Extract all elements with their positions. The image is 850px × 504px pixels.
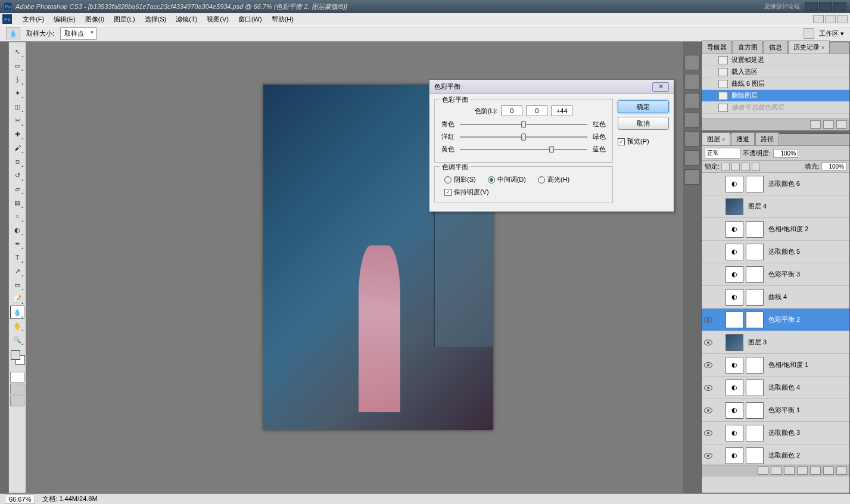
- adjustment-layer-icon[interactable]: [797, 466, 808, 475]
- menu-文件[interactable]: 文件(F): [18, 14, 49, 25]
- eraser-tool[interactable]: ▱: [10, 182, 24, 195]
- canvas-area[interactable]: 色彩平衡 ✕ 色彩平衡 色阶(L): 青色 红色洋红: [26, 42, 683, 493]
- menu-窗口[interactable]: 窗口(W): [233, 14, 267, 25]
- healing-tool[interactable]: ✚: [10, 127, 24, 141]
- lock-pixels-icon[interactable]: [731, 163, 740, 171]
- layer-row-5[interactable]: ◐ 曲线 4: [702, 286, 849, 309]
- dodge-tool[interactable]: ◐: [10, 223, 24, 237]
- menu-视图[interactable]: 视图(V): [202, 14, 233, 25]
- path-tool[interactable]: ↗: [10, 265, 24, 278]
- color-swatches[interactable]: [10, 350, 25, 369]
- tone-radio-0[interactable]: [444, 176, 452, 183]
- history-snapshot-icon[interactable]: [810, 120, 821, 129]
- opacity-input[interactable]: 100%: [773, 149, 798, 158]
- history-item-2[interactable]: 曲线 6 图层: [702, 78, 849, 90]
- layer-visibility[interactable]: [702, 362, 715, 368]
- slider-track-1[interactable]: [460, 136, 587, 138]
- hand-tool[interactable]: ✋: [10, 319, 24, 332]
- eyedropper-tool[interactable]: 💧: [10, 306, 24, 319]
- layer-visibility[interactable]: [702, 430, 715, 436]
- layers-tab-0[interactable]: 图层×: [702, 132, 730, 145]
- level-input-3[interactable]: [551, 105, 572, 116]
- slider-thumb-2[interactable]: [549, 146, 554, 153]
- slider-thumb-0[interactable]: [521, 121, 526, 128]
- menu-滤镜[interactable]: 滤镜(T): [171, 14, 202, 25]
- doc-close[interactable]: [837, 15, 848, 23]
- strip-layers-icon[interactable]: [684, 169, 700, 185]
- cancel-button[interactable]: 取消: [618, 117, 669, 130]
- fill-input[interactable]: 100%: [821, 162, 846, 171]
- layer-row-8[interactable]: ◐ 色相/饱和度 1: [702, 354, 849, 377]
- history-item-1[interactable]: 载入选区: [702, 66, 849, 78]
- level-input-1[interactable]: [501, 105, 522, 116]
- strip-actions-icon[interactable]: [684, 112, 700, 127]
- menu-图层[interactable]: 图层(L): [109, 14, 139, 25]
- strip-history-icon[interactable]: [684, 74, 700, 89]
- menu-选择[interactable]: 选择(S): [140, 14, 172, 25]
- wand-tool[interactable]: ✦: [10, 86, 24, 99]
- strip-para-icon[interactable]: [684, 150, 700, 166]
- lock-transparency-icon[interactable]: [721, 163, 730, 171]
- tone-radio-1[interactable]: [488, 176, 495, 183]
- quickmask-mode[interactable]: [10, 384, 24, 394]
- preserve-luminosity-check[interactable]: [444, 189, 452, 196]
- stamp-tool[interactable]: ⧈: [10, 155, 24, 168]
- strip-tools-icon[interactable]: [684, 93, 700, 108]
- layer-style-icon[interactable]: [771, 466, 781, 475]
- tone-radio-2[interactable]: [538, 176, 545, 183]
- layer-visibility[interactable]: [702, 340, 715, 346]
- screen-mode[interactable]: [10, 396, 24, 406]
- menu-编辑[interactable]: 编辑(E): [49, 14, 80, 25]
- layer-row-3[interactable]: ◐ 选取颜色 5: [702, 241, 849, 263]
- brush-tool[interactable]: 🖌: [10, 141, 24, 154]
- layer-row-2[interactable]: ◐ 色相/饱和度 2: [702, 218, 849, 241]
- pen-tool[interactable]: ✒: [10, 237, 24, 250]
- strip-navigator-icon[interactable]: [684, 55, 700, 70]
- ok-button[interactable]: 确定: [618, 100, 669, 113]
- move-tool[interactable]: ↖: [10, 45, 24, 58]
- history-item-3[interactable]: 删除图层: [702, 90, 849, 102]
- history-new-icon[interactable]: [823, 120, 834, 129]
- history-brush[interactable]: ↺: [10, 169, 24, 182]
- layer-row-0[interactable]: ◐ 选取颜色 6: [702, 173, 849, 195]
- slider-thumb-1[interactable]: [521, 133, 526, 141]
- menu-帮助[interactable]: 帮助(H): [267, 14, 298, 25]
- standard-mode[interactable]: [10, 372, 24, 382]
- layer-visibility[interactable]: [702, 385, 715, 391]
- delete-layer-icon[interactable]: [836, 466, 847, 475]
- blend-mode-dropdown[interactable]: 正常: [705, 148, 740, 158]
- crop-tool[interactable]: ◫: [10, 100, 24, 113]
- zoom-tool[interactable]: 🔍: [10, 333, 24, 346]
- dialog-close-button[interactable]: ✕: [652, 82, 669, 92]
- layer-visibility[interactable]: [702, 453, 715, 459]
- layers-tab-1[interactable]: 通道: [731, 132, 755, 145]
- zoom-value[interactable]: 66.67%: [5, 494, 35, 504]
- foreground-color[interactable]: [11, 350, 20, 360]
- layers-tab-2[interactable]: 路径: [755, 132, 779, 145]
- lock-icon[interactable]: [804, 28, 814, 39]
- layer-row-9[interactable]: ◐ 选取颜色 4: [702, 377, 849, 399]
- layer-row-12[interactable]: ◐ 选取颜色 2: [702, 444, 849, 465]
- marquee-tool[interactable]: ▭: [10, 59, 24, 72]
- nav-tab-0[interactable]: 导航器: [702, 41, 732, 54]
- history-delete-icon[interactable]: [836, 120, 847, 129]
- menu-图像[interactable]: 图像(I): [80, 14, 109, 25]
- shape-tool[interactable]: ▭: [10, 278, 24, 291]
- nav-tab-1[interactable]: 直方图: [733, 41, 763, 54]
- layer-row-1[interactable]: 图层 4: [702, 195, 849, 218]
- layer-group-icon[interactable]: [810, 466, 821, 475]
- current-tool-icon[interactable]: 💧: [6, 27, 20, 39]
- layer-row-11[interactable]: ◐ 选取颜色 3: [702, 422, 849, 444]
- layer-row-10[interactable]: ◐ 色彩平衡 1: [702, 399, 849, 422]
- layer-row-4[interactable]: ◐ 色彩平衡 3: [702, 263, 849, 286]
- history-item-0[interactable]: 设置帧延迟: [702, 54, 849, 66]
- dialog-titlebar[interactable]: 色彩平衡 ✕: [429, 80, 674, 94]
- sample-size-dropdown[interactable]: 取样点: [60, 27, 96, 40]
- layer-row-6[interactable]: ◐ 色彩平衡 2: [702, 309, 849, 331]
- notes-tool[interactable]: 📝: [10, 292, 24, 305]
- layer-mask-icon[interactable]: [784, 466, 795, 475]
- workspace-dropdown[interactable]: 工作区 ▾: [819, 29, 844, 38]
- type-tool[interactable]: T: [10, 251, 24, 264]
- blur-tool[interactable]: ○: [10, 210, 24, 223]
- strip-char-icon[interactable]: [684, 131, 700, 147]
